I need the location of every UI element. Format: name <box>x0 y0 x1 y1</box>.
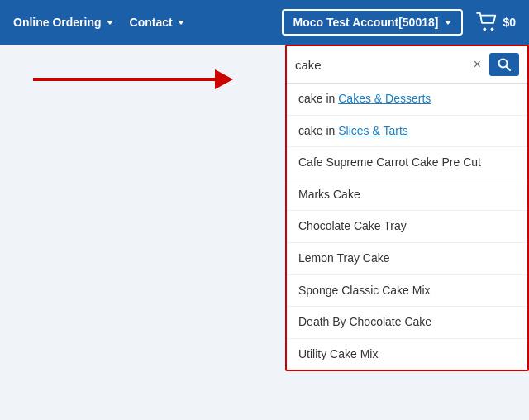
dropdown-item-carrot-cake[interactable]: Cafe Supreme Carrot Cake Pre Cut <box>287 147 527 179</box>
dropdown-product-label-2: Marks Cake <box>298 188 360 201</box>
dropdown-keyword-2: cake in <box>298 124 338 137</box>
dropdown-item-utility-cake[interactable]: Utility Cake Mix <box>287 339 527 370</box>
arrow-line <box>33 78 215 81</box>
cart-area[interactable]: $0 <box>476 12 516 32</box>
dropdown-product-label-4: Lemon Tray Cake <box>298 251 390 265</box>
nav-contact-label: Contact <box>130 16 173 29</box>
nav-online-ordering[interactable]: Online Ordering <box>13 16 113 29</box>
header: Online Ordering Contact Moco Test Accoun… <box>0 0 529 45</box>
svg-point-1 <box>491 27 494 31</box>
clear-icon: × <box>474 57 481 71</box>
search-input[interactable] <box>295 58 465 72</box>
nav-contact[interactable]: Contact <box>130 16 184 29</box>
dropdown-item-lemon-tray[interactable]: Lemon Tray Cake <box>287 243 527 275</box>
dropdown-product-label-7: Utility Cake Mix <box>298 347 378 360</box>
nav-contact-chevron <box>178 21 184 25</box>
magnifier-icon <box>498 58 511 71</box>
dropdown-item-cakes-desserts[interactable]: cake in Cakes & Desserts <box>287 84 527 116</box>
header-right: Moco Test Account[50018] $0 <box>282 9 516 36</box>
clear-button[interactable]: × <box>470 56 484 73</box>
main-content: × cake in Cakes & Desserts cake in Slice… <box>0 45 529 420</box>
account-button[interactable]: Moco Test Account[50018] <box>282 9 464 36</box>
dropdown-product-label-1: Cafe Supreme Carrot Cake Pre Cut <box>298 155 481 169</box>
svg-point-0 <box>484 27 487 31</box>
dropdown-item-sponge-classic[interactable]: Sponge Classic Cake Mix <box>287 275 527 308</box>
dropdown-product-label-3: Chocolate Cake Tray <box>298 219 407 232</box>
search-panel: × cake in Cakes & Desserts cake in Slice… <box>285 45 529 371</box>
arrow-head <box>215 69 233 89</box>
cart-icon <box>476 12 499 32</box>
arrow-indicator <box>33 69 233 89</box>
account-label: Moco Test Account[50018] <box>293 16 439 29</box>
dropdown-keyword-1: cake in <box>298 92 338 105</box>
slices-tarts-link[interactable]: Slices & Tarts <box>338 124 408 137</box>
search-box: × <box>287 46 527 84</box>
cakes-desserts-link[interactable]: Cakes & Desserts <box>338 92 431 105</box>
svg-line-3 <box>507 67 511 71</box>
dropdown-product-label-5: Sponge Classic Cake Mix <box>298 284 431 297</box>
nav-online-ordering-label: Online Ordering <box>13 16 102 29</box>
header-nav: Online Ordering Contact <box>13 16 184 29</box>
cart-amount: $0 <box>503 16 516 29</box>
dropdown-item-slices-tarts[interactable]: cake in Slices & Tarts <box>287 116 527 148</box>
dropdown-item-death-by-chocolate[interactable]: Death By Chocolate Cake <box>287 307 527 339</box>
account-chevron <box>445 21 451 25</box>
search-button[interactable] <box>489 53 519 76</box>
dropdown-item-marks-cake[interactable]: Marks Cake <box>287 179 527 212</box>
dropdown-product-label-6: Death By Chocolate Cake <box>298 315 431 328</box>
dropdown-list: cake in Cakes & Desserts cake in Slices … <box>287 84 527 370</box>
dropdown-item-chocolate-tray[interactable]: Chocolate Cake Tray <box>287 211 527 243</box>
nav-online-ordering-chevron <box>107 21 113 25</box>
